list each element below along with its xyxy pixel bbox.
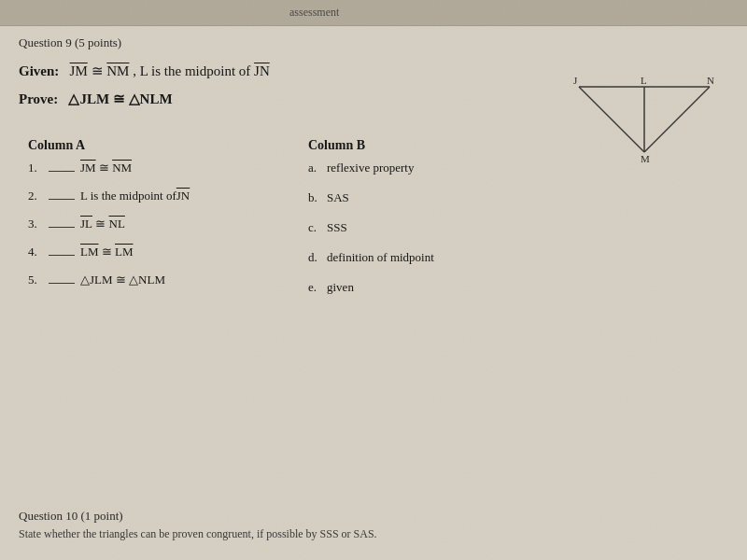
option-e: given [327, 280, 354, 295]
svg-line-2 [644, 87, 710, 152]
nm-overline: NM [106, 63, 129, 78]
jn-overline: JN [254, 63, 270, 78]
question10-header: Question 10 (1 point) [19, 509, 377, 524]
column-b-title: Column B [308, 138, 514, 153]
prove-label: Prove: [19, 91, 58, 106]
row-a-1: 1. JM ≅ NM [28, 161, 252, 175]
row-b-a: a. reflexive property [308, 161, 514, 175]
row-a-3: 3. JL ≅ NL [28, 217, 252, 231]
prove-text: △JLM ≅ △NLM [68, 91, 172, 106]
question10-text: State whether the triangles can be prove… [19, 527, 377, 541]
svg-line-1 [579, 87, 644, 152]
question9-header: Question 9 (5 points) [19, 35, 728, 50]
given-label: Given: [19, 63, 59, 78]
label-N: N [707, 75, 714, 86]
column-a-title: Column A [28, 138, 252, 153]
blank-4[interactable] [49, 255, 75, 256]
row-b-c: c. SSS [308, 220, 514, 235]
triangle-diagram: J L N M [570, 73, 719, 166]
top-bar: assessment [0, 0, 747, 26]
option-d: definition of midpoint [327, 250, 434, 265]
row-b-b: b. SAS [308, 190, 514, 205]
top-bar-text: assessment [289, 6, 339, 20]
blank-5[interactable] [49, 283, 75, 284]
label-M: M [641, 153, 650, 164]
option-c: SSS [327, 220, 347, 235]
jm-overline: JM [70, 63, 88, 78]
label-J: J [573, 75, 578, 86]
question10-section: Question 10 (1 point) State whether the … [19, 509, 377, 541]
label-L: L [641, 75, 647, 86]
blank-1[interactable] [49, 171, 75, 172]
row-b-e: e. given [308, 280, 514, 295]
row-a-5: 5. △JLM ≅ △NLM [28, 273, 252, 287]
content-area: Question 9 (5 points) Given: JM ≅ NM , L… [0, 26, 747, 319]
page: assessment Question 9 (5 points) Given: … [0, 0, 747, 560]
option-a: reflexive property [327, 161, 414, 175]
column-b: Column B a. reflexive property b. SAS c.… [308, 138, 514, 310]
option-b: SAS [327, 190, 349, 205]
blank-2[interactable] [49, 199, 75, 200]
row-a-2: 2. L is the midpoint of JN [28, 189, 252, 203]
row-b-d: d. definition of midpoint [308, 250, 514, 265]
row-a-4: 4. LM ≅ LM [28, 245, 252, 259]
blank-3[interactable] [49, 227, 75, 228]
column-a: Column A 1. JM ≅ NM 2. L is the midpoint… [28, 138, 252, 310]
